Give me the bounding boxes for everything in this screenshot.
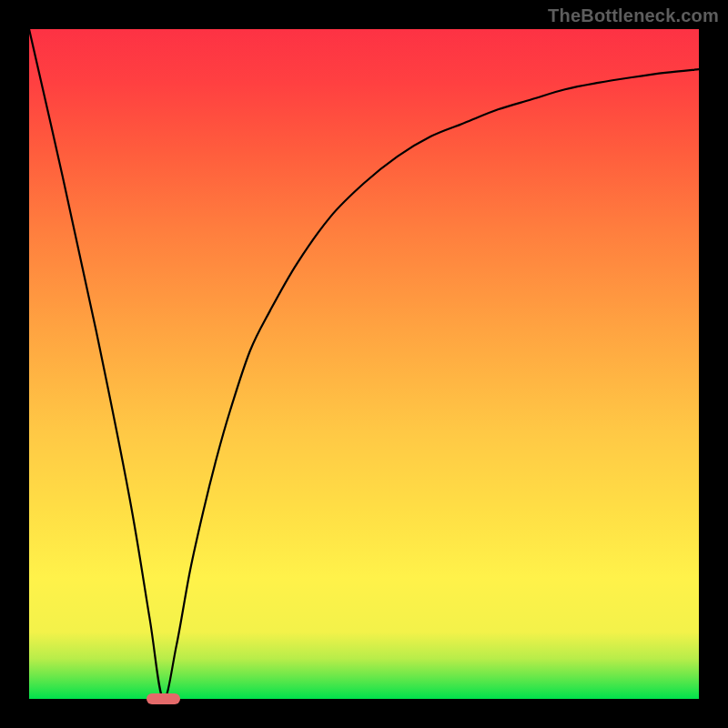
optimum-marker <box>147 693 180 703</box>
bottleneck-curve <box>29 29 699 699</box>
chart-frame: TheBottleneck.com <box>0 0 728 728</box>
plot-area <box>29 29 699 699</box>
attribution-text: TheBottleneck.com <box>548 5 719 26</box>
curve-path <box>29 29 699 699</box>
